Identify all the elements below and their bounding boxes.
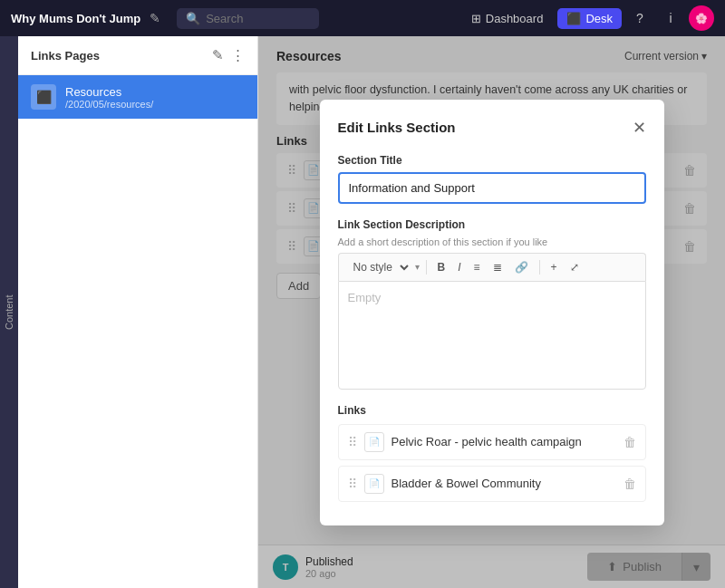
search-input[interactable]	[206, 12, 310, 25]
modal-links-title: Links	[338, 404, 646, 417]
app-title: Why Mums Don't Jump	[11, 12, 140, 25]
modal-link-name-1: Pelvic Roar - pelvic health campaign	[392, 435, 616, 448]
section-title-label: Section Title	[338, 154, 646, 167]
editor-placeholder: Empty	[348, 291, 382, 304]
description-sublabel: Add a short description of this section …	[338, 236, 646, 247]
modal-link-delete-button-1[interactable]: 🗑	[624, 435, 636, 449]
nav-actions: ⊞ Dashboard ⬛ Desk ? i 🌸	[462, 5, 714, 31]
sidebar-item-text: Resources /2020/05/resources/	[65, 85, 153, 110]
modal-link-name-2: Bladder & Bowel Community	[392, 477, 616, 490]
links-sidebar-actions: ✎ ⋮	[212, 47, 245, 63]
modal-overlay: Edit Links Section ✕ Section Title Link …	[258, 36, 725, 588]
sidebar-item-resources[interactable]: ⬛ Resources /2020/05/resources/	[18, 75, 257, 119]
sidebar-item-path: /2020/05/resources/	[65, 99, 153, 110]
modal-close-button[interactable]: ✕	[633, 118, 646, 138]
section-title-input[interactable]	[338, 172, 646, 204]
expand-button[interactable]: ⤢	[566, 259, 584, 275]
modal-header: Edit Links Section ✕	[338, 118, 646, 138]
link-button[interactable]: 🔗	[510, 259, 533, 275]
dropdown-icon: ▾	[415, 262, 420, 272]
resource-icon: ⬛	[31, 84, 56, 110]
main-content: Resources Current version ▾ with pelvic …	[258, 36, 725, 588]
bold-button[interactable]: B	[433, 259, 450, 275]
sidebar-item-name: Resources	[65, 85, 153, 99]
links-sidebar-title: Links Pages	[31, 49, 100, 63]
drag-handle-icon[interactable]: ⠿	[348, 477, 357, 491]
edit-icon[interactable]: ✎	[150, 11, 160, 25]
drag-handle-icon[interactable]: ⠿	[348, 435, 357, 449]
grid-icon: ⊞	[471, 12, 481, 25]
link-page-icon: 📄	[364, 432, 384, 452]
dashboard-button[interactable]: ⊞ Dashboard	[462, 8, 553, 29]
avatar[interactable]: 🌸	[689, 5, 714, 31]
description-label: Link Section Description	[338, 218, 646, 231]
info-button[interactable]: i	[658, 5, 683, 31]
content-tab[interactable]: Content	[0, 36, 18, 588]
bullet-list-button[interactable]: ≡	[469, 259, 485, 275]
modal-link-delete-button-2[interactable]: 🗑	[624, 477, 636, 491]
links-sidebar: Links Pages ✎ ⋮ ⬛ Resources /2020/05/res…	[18, 36, 258, 588]
add-button[interactable]: +	[546, 259, 562, 275]
search-bar[interactable]: 🔍	[177, 8, 319, 29]
description-group: Link Section Description Add a short des…	[338, 218, 646, 390]
italic-button[interactable]: I	[453, 259, 465, 275]
ordered-list-button[interactable]: ≣	[488, 259, 507, 275]
add-page-button[interactable]: ✎	[212, 47, 224, 63]
section-title-group: Section Title	[338, 154, 646, 204]
main-layout: Content Links Pages ✎ ⋮ ⬛ Resources /202…	[0, 36, 725, 588]
links-sidebar-header: Links Pages ✎ ⋮	[18, 36, 257, 75]
help-button[interactable]: ?	[627, 5, 652, 31]
desk-button[interactable]: ⬛ Desk	[557, 8, 622, 29]
desk-icon: ⬛	[566, 12, 581, 25]
modal-link-row-2: ⠿ 📄 Bladder & Bowel Community 🗑	[338, 466, 646, 502]
search-icon: 🔍	[186, 12, 200, 25]
avatar-image: 🌸	[695, 13, 708, 24]
modal-title: Edit Links Section	[338, 120, 456, 135]
rich-editor-body[interactable]: Empty	[338, 281, 646, 390]
edit-links-section-modal: Edit Links Section ✕ Section Title Link …	[320, 100, 664, 525]
modal-link-row-1: ⠿ 📄 Pelvic Roar - pelvic health campaign…	[338, 424, 646, 460]
style-select[interactable]: No style	[346, 258, 411, 276]
rich-editor-toolbar: No style ▾ B I ≡ ≣ 🔗 + ⤢	[338, 253, 646, 281]
modal-links-section: Links ⠿ 📄 Pelvic Roar - pelvic health ca…	[338, 404, 646, 502]
more-options-button[interactable]: ⋮	[231, 47, 245, 63]
link-page-icon: 📄	[364, 474, 384, 494]
top-nav: Why Mums Don't Jump ✎ 🔍 ⊞ Dashboard ⬛ De…	[0, 0, 725, 36]
